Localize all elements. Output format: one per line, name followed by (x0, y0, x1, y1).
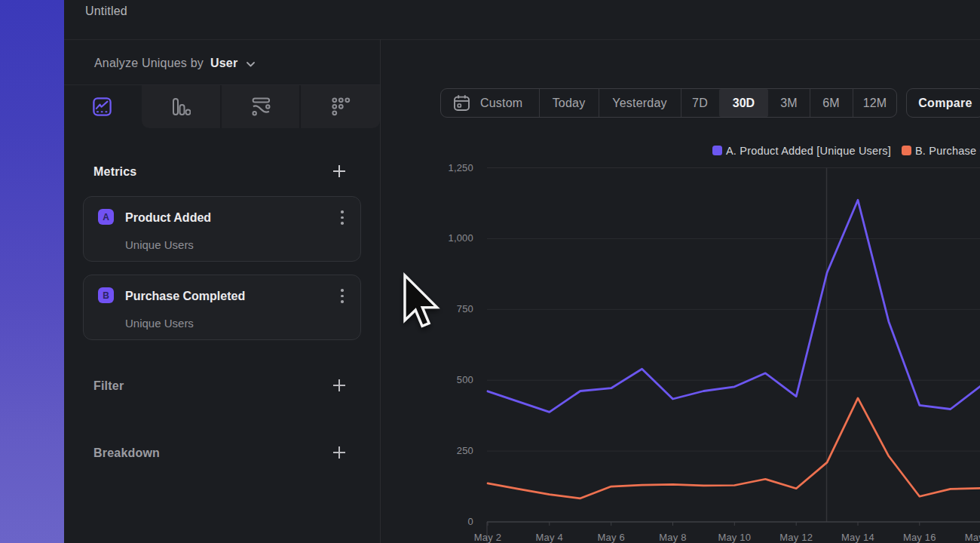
svg-text:May 16: May 16 (903, 532, 936, 543)
svg-text:May 18: May 18 (965, 532, 980, 543)
svg-text:May 10: May 10 (718, 532, 751, 543)
svg-text:May 12: May 12 (779, 532, 813, 543)
svg-text:1,000: 1,000 (448, 232, 473, 244)
svg-text:0: 0 (468, 516, 473, 527)
svg-text:May 14: May 14 (841, 532, 874, 543)
svg-text:250: 250 (457, 445, 473, 456)
svg-text:750: 750 (457, 303, 473, 314)
svg-text:May 6: May 6 (597, 532, 624, 543)
svg-text:1,250: 1,250 (448, 162, 473, 173)
svg-text:May 8: May 8 (659, 532, 686, 543)
svg-text:500: 500 (457, 374, 473, 385)
svg-text:May 2: May 2 (474, 532, 501, 543)
svg-text:May 4: May 4 (536, 532, 563, 543)
